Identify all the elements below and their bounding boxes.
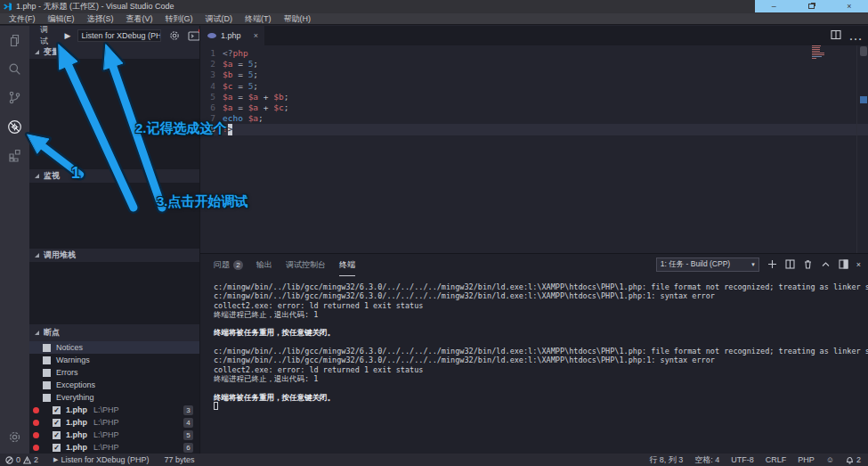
breakpoint-filter-warnings[interactable]: Warnings — [29, 354, 200, 366]
checkbox-unchecked[interactable] — [43, 344, 51, 352]
breakpoint-filter-exceptions[interactable]: Exceptions — [29, 379, 200, 391]
close-button[interactable]: × — [840, 0, 859, 12]
breakpoint-row[interactable]: ✓1.phpL:\PHP5 — [29, 429, 200, 441]
section-watch[interactable]: 监视 — [29, 169, 200, 183]
code-line-1[interactable]: 1<?php — [200, 48, 868, 59]
breakpoint-filter-errors[interactable]: Errors — [29, 366, 200, 379]
filter-label: Notices — [56, 343, 83, 352]
code-line-5[interactable]: 5$a = $a + $b; — [200, 92, 868, 102]
terminal-line — [214, 319, 862, 328]
token-op: = — [232, 92, 247, 102]
errors-warnings-indicator[interactable]: 0 2 — [5, 455, 38, 464]
maximize-panel-icon[interactable] — [821, 259, 831, 271]
settings-gear-icon[interactable] — [0, 422, 29, 451]
code-line-2[interactable]: 2$a = 5; — [200, 59, 868, 69]
extensions-icon[interactable] — [0, 141, 29, 169]
code-line-8[interactable]: 8?> — [200, 124, 868, 135]
menu-item-2[interactable]: 选择(S) — [81, 13, 120, 25]
terminal-line: c:/mingw/bin/../lib/gcc/mingw32/6.3.0/..… — [214, 356, 862, 364]
minimize-button[interactable]: – — [764, 0, 783, 12]
restore-icon — [808, 4, 815, 9]
breakpoint-row[interactable]: ✓1.phpL:\PHP3 — [29, 404, 200, 416]
code-line-3[interactable]: 3$b = 5; — [200, 69, 868, 80]
indentation-status[interactable]: 空格: 4 — [694, 454, 719, 466]
menu-item-3[interactable]: 查看(V) — [120, 13, 159, 25]
tab-output[interactable]: 输出 — [256, 255, 272, 276]
source-control-icon[interactable] — [0, 83, 29, 111]
chevron-down-icon: ▾ — [751, 261, 755, 268]
twisty-icon — [35, 50, 39, 54]
warning-icon — [23, 456, 31, 464]
menu-item-1[interactable]: 编辑(E) — [42, 13, 81, 25]
section-call-stack[interactable]: 调用堆栈 — [29, 249, 200, 262]
restore-button[interactable] — [801, 0, 821, 12]
tab-problems[interactable]: 问题 2 — [214, 255, 243, 276]
code-line-4[interactable]: 4$c = 5; — [200, 81, 868, 92]
language-mode-status[interactable]: PHP — [798, 455, 815, 464]
menu-item-7[interactable]: 帮助(H) — [278, 13, 318, 25]
configure-gear-icon[interactable] — [169, 30, 180, 41]
section-variables[interactable]: 变量 — [29, 45, 200, 59]
checkbox-checked[interactable]: ✓ — [53, 431, 61, 439]
terminal-select-dropdown[interactable]: 1: 任务 - Build (CPP)▾ — [656, 258, 759, 272]
close-panel-icon[interactable]: × — [856, 260, 861, 269]
debug-icon[interactable] — [0, 112, 29, 141]
panel-layout-icon[interactable] — [839, 259, 848, 271]
editor-group: 1.php × … 1<?php2$a = 5;3$b = 5;4$c = 5;… — [200, 26, 868, 454]
search-icon[interactable] — [0, 54, 29, 83]
code-line-6[interactable]: 6$a = $a + $c; — [200, 102, 868, 113]
explorer-icon[interactable] — [0, 26, 29, 54]
token-op: = — [232, 69, 247, 80]
token-var: $a — [223, 59, 232, 69]
status-bar: 0 2 ▶ Listen for XDebug (PHP) 77 bytes 行… — [0, 454, 868, 466]
eol-status[interactable]: CRLF — [766, 455, 787, 464]
debug-status[interactable]: ▶ Listen for XDebug (PHP) — [53, 455, 149, 464]
notifications-bell[interactable]: 2 — [846, 455, 861, 464]
split-terminal-icon[interactable] — [785, 259, 795, 271]
code-lines: 1<?php2$a = 5;3$b = 5;4$c = 5;5$a = $a +… — [200, 48, 868, 135]
checkbox-checked[interactable]: ✓ — [53, 419, 61, 427]
cursor-position-status[interactable]: 行 8, 列 3 — [649, 454, 683, 466]
tab-debug-console[interactable]: 调试控制台 — [286, 255, 326, 276]
debug-toolbar: 调试 ▶ Listen for XDebug (PHI ▾ — [29, 26, 200, 45]
tab-close-icon[interactable]: × — [254, 31, 258, 40]
checkbox-unchecked[interactable] — [43, 356, 51, 364]
breakpoint-row[interactable]: ✓1.phpL:\PHP4 — [29, 416, 200, 429]
token-var: $a — [248, 92, 258, 102]
tab-1php[interactable]: 1.php × — [200, 26, 264, 45]
token-op: = — [232, 59, 247, 69]
split-editor-icon[interactable] — [831, 28, 841, 44]
menu-item-6[interactable]: 终端(T) — [239, 13, 278, 25]
token-var: $a — [223, 102, 232, 113]
kill-terminal-icon[interactable] — [803, 259, 813, 271]
menu-item-4[interactable]: 转到(G) — [159, 13, 199, 25]
window-controls: – × — [755, 0, 868, 12]
encoding-status[interactable]: UTF-8 — [731, 455, 754, 464]
feedback-smiley-icon[interactable]: ☺ — [826, 455, 834, 464]
window-title: 1.php - 无标题 (工作区) - Visual Studio Code — [16, 1, 174, 12]
code-editor[interactable]: 1<?php2$a = 5;3$b = 5;4$c = 5;5$a = $a +… — [200, 45, 868, 253]
call-stack-content — [29, 262, 200, 324]
checkbox-unchecked[interactable] — [43, 381, 51, 389]
more-actions-icon[interactable]: … — [848, 28, 863, 44]
section-breakpoints[interactable]: 断点 — [29, 324, 200, 341]
menu-item-0[interactable]: 文件(F) — [0, 13, 42, 25]
terminal-output[interactable]: c:/mingw/bin/../lib/gcc/mingw32/6.3.0/..… — [214, 282, 862, 411]
scrollbar-thumb[interactable] — [860, 46, 867, 56]
menu-item-5[interactable]: 调试(D) — [199, 13, 239, 25]
filter-label: Errors — [56, 368, 78, 377]
breakpoint-filter-everything[interactable]: Everything — [29, 391, 200, 404]
tab-terminal[interactable]: 终端 — [339, 255, 355, 276]
variables-content — [29, 59, 200, 169]
checkbox-checked[interactable]: ✓ — [53, 444, 61, 452]
new-terminal-icon[interactable] — [767, 259, 777, 271]
debug-console-icon[interactable] — [188, 31, 200, 41]
checkbox-checked[interactable]: ✓ — [53, 406, 61, 414]
checkbox-unchecked[interactable] — [43, 394, 51, 402]
start-debug-button[interactable]: ▶ — [65, 31, 71, 40]
breakpoint-row[interactable]: ✓1.phpL:\PHP6 — [29, 441, 200, 454]
code-line-7[interactable]: 7echo $a; — [200, 113, 868, 124]
debug-config-dropdown[interactable]: Listen for XDebug (PHI ▾ — [77, 29, 161, 42]
checkbox-unchecked[interactable] — [43, 369, 51, 377]
breakpoint-filter-notices[interactable]: Notices — [29, 341, 200, 354]
